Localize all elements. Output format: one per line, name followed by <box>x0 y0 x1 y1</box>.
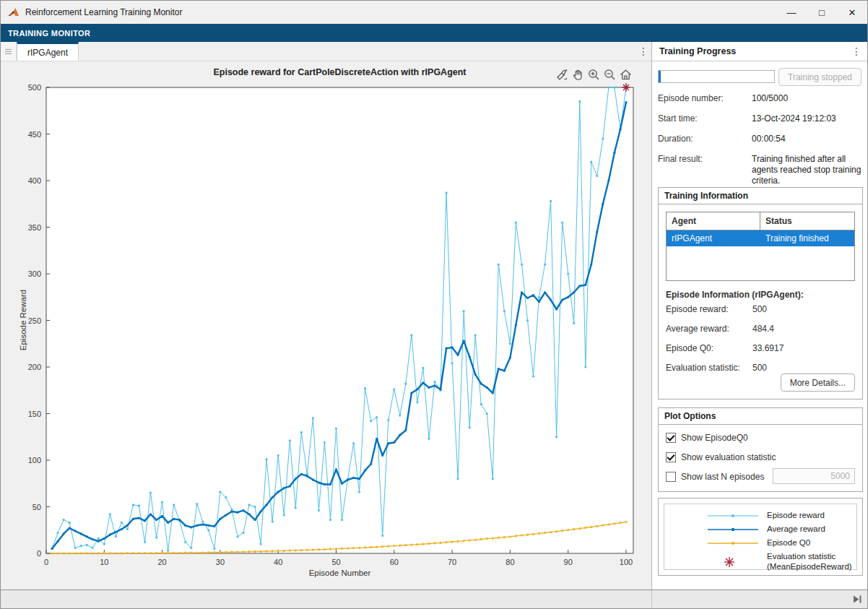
final-result-value: Training finished after all agents reach… <box>752 154 864 186</box>
show-episodeq0-checkbox[interactable] <box>666 433 676 443</box>
stat-label: Episode Q0: <box>666 343 752 353</box>
pan-hand-icon[interactable] <box>571 68 585 82</box>
legend-item-evaluation-statistic: Evaluation statistic (MeanEpisodeReward) <box>708 550 856 574</box>
show-last-n-episodes-checkbox[interactable] <box>666 472 676 482</box>
progress-fields: Episode number: 100/5000 Start time: 13-… <box>658 93 864 186</box>
episode-q0-value: 33.6917 <box>752 343 855 353</box>
minimize-button[interactable]: — <box>776 1 807 24</box>
line-dot-swatch <box>708 526 758 533</box>
window-title: Reinforcement Learning Training Monitor <box>25 7 182 17</box>
status-divider <box>651 590 652 608</box>
svg-text:450: 450 <box>28 130 41 139</box>
checkbox-label: Show evaluation statistic <box>681 452 776 462</box>
title-bar: Reinforcement Learning Training Monitor … <box>1 1 867 24</box>
section-title: Training Information <box>659 188 862 204</box>
zoom-out-icon[interactable] <box>603 68 617 82</box>
episode-info-stats: Episode reward: 500 Average reward: 484.… <box>659 304 862 373</box>
figure-area[interactable]: 0102030405060708090100050100150200250300… <box>1 61 651 591</box>
evaluation-statistic-value: 500 <box>752 363 855 373</box>
legend-item-episode-q0: Episode Q0 <box>708 536 856 550</box>
table-row[interactable]: rIPGAgent Training finished <box>667 230 854 246</box>
show-evaluation-statistic-checkbox[interactable] <box>666 452 676 462</box>
status-cell: Training finished <box>760 230 854 246</box>
field-label: Duration: <box>658 134 752 144</box>
field-label: Start time: <box>658 113 752 124</box>
zoom-in-icon[interactable] <box>587 68 601 82</box>
y-axis-label: Episode Reward <box>19 290 27 350</box>
tab-label: rIPGAgent <box>27 48 68 58</box>
line-dot-swatch <box>708 540 758 547</box>
svg-text:300: 300 <box>28 269 41 278</box>
tab-options-icon[interactable]: ⋮ <box>635 42 651 61</box>
more-details-button[interactable]: More Details... <box>781 373 855 392</box>
svg-text:0: 0 <box>44 558 48 566</box>
svg-text:60: 60 <box>390 558 399 566</box>
training-stopped-button: Training stopped <box>778 68 862 86</box>
legend-item-episode-reward: Episode reward <box>708 509 856 522</box>
checkbox-label: Show EpisodeQ0 <box>681 433 748 443</box>
training-information-section: Training Information Agent Status rIPGAg… <box>658 187 863 399</box>
svg-text:30: 30 <box>216 558 225 566</box>
brush-icon[interactable] <box>555 68 569 82</box>
line-dot-swatch <box>708 512 758 519</box>
tab-bar: rIPGAgent ⋮ <box>1 42 651 61</box>
svg-text:20: 20 <box>157 558 166 566</box>
svg-text:10: 10 <box>100 558 108 566</box>
table-header-row: Agent Status <box>667 212 854 230</box>
reward-plot[interactable]: 0102030405060708090100050100150200250300… <box>1 61 651 591</box>
svg-text:200: 200 <box>28 363 41 371</box>
svg-text:90: 90 <box>564 558 573 566</box>
svg-text:500: 500 <box>28 83 41 92</box>
n-episodes-input <box>773 468 855 484</box>
stat-label: Episode reward: <box>666 304 752 314</box>
svg-text:350: 350 <box>28 223 41 232</box>
maximize-button[interactable]: □ <box>807 1 837 24</box>
episode-reward-value: 500 <box>752 304 855 314</box>
svg-text:250: 250 <box>28 316 41 325</box>
plot-title: Episode reward for CartPoleDiscreteActio… <box>46 67 633 77</box>
panel-title: Training Progress <box>659 46 736 56</box>
col-header-agent: Agent <box>667 212 760 230</box>
tab-rIPGAgent[interactable]: rIPGAgent <box>17 42 79 61</box>
episode-info-title: Episode Information (rIPGAgent): <box>659 288 862 304</box>
skip-to-end-icon[interactable] <box>852 594 863 605</box>
agent-status-table: Agent Status rIPGAgent Training finished <box>666 212 855 281</box>
legend-item-average-reward: Average reward <box>708 522 856 536</box>
checkbox-label: Show last N episodes <box>681 472 764 482</box>
legend-box: Episode reward Average reward Episode Q0 <box>664 504 857 570</box>
progress-bar <box>658 70 775 83</box>
agent-cell: rIPGAgent <box>667 230 760 246</box>
progress-fill <box>659 71 661 82</box>
field-label: Final result: <box>658 154 752 186</box>
field-label: Episode number: <box>658 93 752 104</box>
close-button[interactable]: ✕ <box>837 1 867 24</box>
average-reward-value: 484.4 <box>752 324 855 334</box>
svg-text:40: 40 <box>274 558 282 566</box>
svg-text:50: 50 <box>331 558 340 566</box>
episode-number-value: 100/5000 <box>752 93 864 104</box>
svg-text:0: 0 <box>37 549 41 558</box>
svg-text:150: 150 <box>28 410 41 418</box>
stat-label: Average reward: <box>666 324 752 334</box>
start-time-value: 13-Oct-2024 19:12:03 <box>752 113 864 124</box>
app-window: Reinforcement Learning Training Monitor … <box>0 0 868 609</box>
panel-menu-icon[interactable]: ⋮ <box>849 46 864 57</box>
stat-label: Evaluation statistic: <box>666 363 752 373</box>
svg-text:100: 100 <box>28 456 41 465</box>
plot-options-section: Plot Options Show EpisodeQ0 Show evaluat… <box>658 407 863 492</box>
toolstrip: TRAINING MONITOR <box>1 24 867 42</box>
axes-toolbar <box>555 68 633 82</box>
toolstrip-title: TRAINING MONITOR <box>8 29 90 38</box>
training-progress-panel: Training stopped Episode number: 100/500… <box>652 61 868 591</box>
section-title: Plot Options <box>659 408 862 425</box>
home-restore-view-icon[interactable] <box>619 68 633 82</box>
svg-text:50: 50 <box>32 503 41 511</box>
svg-text:400: 400 <box>28 176 41 185</box>
matlab-logo-icon <box>7 7 19 18</box>
status-bar <box>1 589 867 608</box>
svg-text:100: 100 <box>620 558 633 566</box>
x-axis-label: Episode Number <box>46 569 633 577</box>
legend-panel: Episode reward Average reward Episode Q0 <box>658 498 863 576</box>
asterisk-swatch <box>708 556 758 569</box>
tab-grip-icon[interactable] <box>1 42 17 61</box>
